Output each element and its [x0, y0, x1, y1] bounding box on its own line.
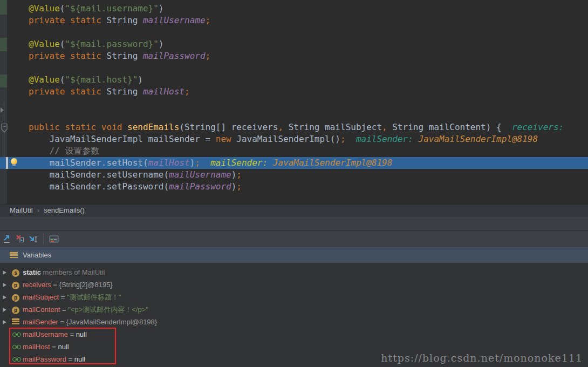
variable-row[interactable]: pmailSubject = "测试邮件标题！"	[0, 291, 588, 303]
code-token: mailSender.setHost(	[29, 158, 148, 168]
code-token: (String[] receivers	[179, 122, 278, 132]
code-token: (	[60, 74, 65, 85]
code-line[interactable]: private static String mailPassword;	[0, 50, 588, 62]
expand-arrow-icon[interactable]	[3, 295, 6, 300]
code-token: ,	[278, 122, 283, 132]
code-token: sendEmails	[127, 122, 179, 132]
code-line[interactable]: @Value("${mail.username}")	[0, 3, 588, 15]
variable-text: mailSender = {JavaMailSenderImpl@8198}	[23, 318, 157, 326]
code-token: public static void	[29, 122, 127, 132]
parameter-circle-icon: p	[12, 281, 19, 289]
code-token: )	[159, 39, 164, 49]
parameter-circle-icon: p	[12, 293, 19, 302]
code-token: JavaMailSenderImpl()	[231, 134, 340, 144]
code-token: receivers:	[512, 122, 564, 132]
code-token: ;	[340, 134, 346, 144]
code-line[interactable]	[0, 26, 588, 38]
variables-menu-icon[interactable]	[10, 252, 18, 258]
expand-arrow-icon[interactable]	[3, 308, 6, 312]
static-circle-icon: s	[12, 268, 19, 277]
code-line[interactable]	[0, 98, 588, 110]
expand-arrow-icon[interactable]	[3, 270, 6, 275]
code-token: "${mail.password}"	[65, 39, 158, 49]
field-bars-icon	[12, 318, 19, 326]
code-token: ;	[206, 51, 211, 61]
code-line[interactable]	[0, 62, 588, 74]
code-line[interactable]: @Value("${mail.password}")	[0, 38, 588, 50]
code-token: ,	[382, 122, 387, 132]
code-token: String	[107, 86, 143, 97]
code-token: ;	[206, 15, 211, 25]
code-token: )	[231, 181, 237, 192]
code-line[interactable]: public static void sendEmails(String[] r…	[0, 121, 588, 133]
code-token: )	[190, 158, 195, 168]
code-token: mailSender.setUsername(	[29, 169, 169, 180]
watermark-text: https://blog.csdn.net/mononoke111	[381, 352, 583, 364]
code-line[interactable]: JavaMailSenderImpl mailSender = new Java…	[0, 133, 588, 145]
code-editor[interactable]: @Value("${mail.username}")private static…	[0, 0, 588, 204]
variable-row[interactable]: sstatic members of MailUtil	[0, 266, 588, 278]
variable-row[interactable]: mailSender = {JavaMailSenderImpl@8198}	[0, 316, 588, 328]
code-token: mailUsername	[169, 169, 231, 180]
toolbar-separator	[43, 234, 44, 244]
code-line[interactable]: mailSender.setPassword(mailPassword);	[0, 181, 588, 193]
code-token: JavaMailSenderImpl mailSender =	[29, 134, 216, 144]
code-token: private static	[29, 51, 107, 61]
breadcrumb-item-class[interactable]: MailUtil	[10, 206, 33, 214]
code-token: String mailContent) {	[387, 122, 512, 132]
code-line[interactable]: mailSender.setUsername(mailUsername);	[0, 169, 588, 181]
layout-settings-icon[interactable]	[48, 233, 60, 245]
code-token: @Value	[29, 3, 60, 13]
code-line[interactable]	[0, 110, 588, 121]
breadcrumb-item-method[interactable]: sendEmails()	[44, 206, 85, 214]
navigate-to-execution-point-icon[interactable]	[1, 233, 13, 245]
force-step-into-icon[interactable]	[27, 233, 39, 245]
expand-arrow-icon[interactable]	[3, 283, 6, 287]
code-token: mailSender:	[210, 158, 268, 168]
expand-arrow-icon[interactable]	[3, 320, 6, 324]
code-line[interactable]: // 设置参数	[0, 145, 588, 157]
breadcrumb-separator-icon: ›	[37, 206, 39, 214]
variables-panel-title: Variables	[23, 251, 51, 259]
variable-text: mailContent = "<p>测试邮件内容！</p>"	[23, 305, 148, 315]
code-token: @Value	[29, 74, 60, 85]
code-token	[268, 158, 273, 168]
parameter-circle-icon: p	[12, 305, 19, 314]
code-line[interactable]: private static String mailHost;	[0, 86, 588, 98]
code-token: mailHost	[143, 86, 184, 97]
fold-collapse-icon[interactable]	[1, 123, 8, 133]
execution-point-bar	[6, 157, 8, 169]
ide-window: @Value("${mail.username}")private static…	[0, 0, 588, 367]
code-line[interactable]: mailSender.setHost(mailHost); mailSender…	[0, 157, 588, 169]
code-token: mailHost	[148, 158, 190, 168]
code-token: mailPassword	[143, 51, 206, 61]
code-line[interactable]: @Value("${mail.host}")	[0, 74, 588, 86]
code-token: ;	[236, 169, 242, 180]
code-token	[346, 134, 356, 144]
code-token	[413, 134, 419, 144]
code-token: // 设置参数	[29, 146, 99, 156]
code-token: ;	[184, 86, 190, 97]
breadcrumb: MailUtil›sendEmails()	[0, 204, 588, 216]
code-token: "${mail.username}"	[65, 3, 158, 13]
variable-text: receivers = {String[2]@8195}	[23, 281, 113, 289]
code-token: )	[231, 169, 237, 180]
red-highlight-annotation	[9, 328, 116, 364]
variable-row[interactable]: preceivers = {String[2]@8195}	[0, 278, 588, 291]
variables-panel-header: Variables	[0, 247, 588, 263]
code-token: (	[60, 3, 65, 13]
code-token: )	[138, 74, 143, 85]
code-token: JavaMailSenderImpl@8198	[273, 158, 393, 168]
intention-bulb-icon[interactable]	[11, 158, 17, 165]
code-line[interactable]: private static String mailUsername;	[0, 15, 588, 26]
code-token: mailUsername	[143, 15, 206, 25]
code-token: @Value	[29, 39, 60, 49]
code-token: )	[159, 3, 164, 13]
debug-toolbar	[0, 230, 588, 247]
code-token: "${mail.host}"	[65, 74, 138, 85]
code-token: mailSender:	[356, 134, 413, 144]
code-token: String	[107, 51, 143, 61]
code-token: mailSender.setPassword(	[29, 181, 169, 192]
force-step-over-icon[interactable]	[14, 233, 26, 245]
variable-row[interactable]: pmailContent = "<p>测试邮件内容！</p>"	[0, 303, 588, 316]
